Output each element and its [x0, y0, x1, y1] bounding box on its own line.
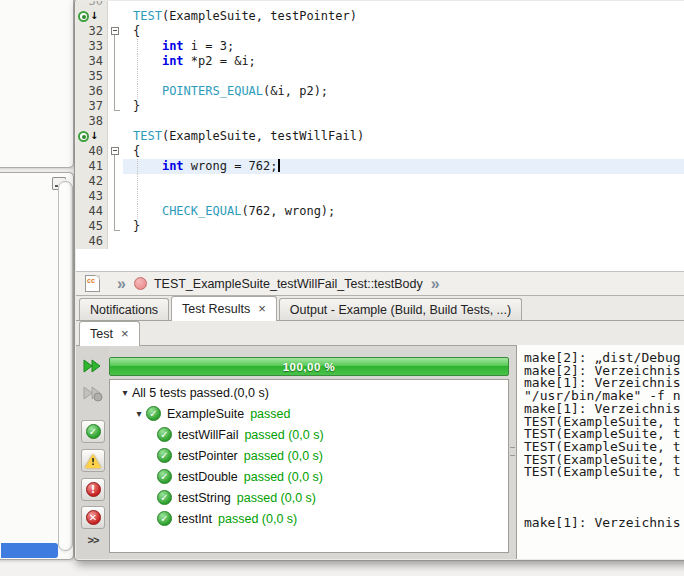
tab-notifications[interactable]: Notifications: [79, 298, 169, 320]
code-line[interactable]: 46: [76, 234, 684, 249]
tree-row[interactable]: ✓testPointerpassed (0,0 s): [110, 445, 508, 466]
scrollbar-track[interactable]: [58, 179, 71, 553]
show-warnings-button[interactable]: !: [81, 449, 105, 472]
output-panel[interactable]: make[2]: „dist/Debug make[2]: Verzeichni…: [516, 345, 684, 559]
fold-margin[interactable]: [108, 219, 123, 234]
code-line[interactable]: 44 CHECK_EQUAL(762, wrong);: [76, 204, 684, 219]
code-line[interactable]: 34 int *p2 = &i;: [76, 54, 684, 69]
code-text[interactable]: }: [123, 219, 684, 234]
code-text[interactable]: int i = 3;: [123, 39, 684, 54]
code-text[interactable]: TEST(ExampleSuite, testPointer): [123, 9, 684, 24]
code-line[interactable]: 36 POINTERS_EQUAL(&i, p2);: [76, 84, 684, 99]
fold-margin[interactable]: [108, 174, 123, 189]
line-gutter[interactable]: 43: [76, 189, 108, 204]
code-line[interactable]: 45}: [76, 219, 684, 234]
line-gutter[interactable]: 35: [76, 69, 108, 84]
fold-margin[interactable]: [108, 204, 123, 219]
fold-margin[interactable]: [108, 114, 123, 129]
tab-test[interactable]: Test ×: [79, 321, 140, 346]
fold-margin[interactable]: [108, 54, 123, 69]
code-text[interactable]: {: [123, 144, 684, 159]
fold-margin[interactable]: [108, 234, 123, 249]
fold-margin[interactable]: [108, 39, 123, 54]
code-line[interactable]: 32{: [76, 24, 684, 39]
fold-collapse-icon[interactable]: [111, 147, 119, 155]
fold-margin[interactable]: [108, 9, 123, 24]
fold-margin[interactable]: [108, 69, 123, 84]
code-text[interactable]: int *p2 = &i;: [123, 54, 684, 69]
code-line[interactable]: ↓TEST(ExampleSuite, testWillFail): [76, 129, 684, 144]
fold-margin[interactable]: [108, 24, 123, 39]
code-text[interactable]: TEST(ExampleSuite, testWillFail): [123, 129, 684, 144]
fold-margin[interactable]: [108, 159, 123, 174]
code-line[interactable]: 33 int i = 3;: [76, 39, 684, 54]
fold-margin[interactable]: [108, 99, 123, 114]
code-text[interactable]: [123, 174, 684, 189]
tree-row[interactable]: ✓testDoublepassed (0,0 s): [110, 466, 508, 487]
code-text[interactable]: POINTERS_EQUAL(&i, p2);: [123, 84, 684, 99]
code-text[interactable]: [123, 1, 684, 9]
code-text[interactable]: [123, 69, 684, 84]
chevron-right-icon[interactable]: »: [431, 275, 440, 293]
fold-collapse-icon[interactable]: [111, 27, 119, 35]
code-line[interactable]: 38: [76, 114, 684, 129]
line-gutter[interactable]: 33: [76, 39, 108, 54]
line-gutter[interactable]: 36: [76, 84, 108, 99]
splitter-grip-icon[interactable]: [510, 447, 515, 456]
test-tree[interactable]: ▾All 5 tests passed.(0,0 s)▾✓ExampleSuit…: [109, 379, 509, 553]
test-annotation-icon[interactable]: ↓: [77, 130, 107, 143]
code-editor[interactable]: 30↓TEST(ExampleSuite, testPointer)32{33 …: [76, 1, 684, 271]
tree-expander-icon[interactable]: ▾: [118, 387, 132, 398]
tree-row[interactable]: ✓testWillFailpassed (0,0 s): [110, 424, 508, 445]
line-gutter[interactable]: 38: [76, 114, 108, 129]
line-gutter[interactable]: 37: [76, 99, 108, 114]
code-line[interactable]: 42: [76, 174, 684, 189]
fold-margin[interactable]: [108, 129, 123, 144]
code-text[interactable]: [123, 114, 684, 129]
splitter[interactable]: [509, 346, 516, 559]
fold-margin[interactable]: [108, 1, 123, 9]
code-text[interactable]: {: [123, 24, 684, 39]
show-failed-button[interactable]: ✕: [81, 506, 105, 529]
code-text[interactable]: [123, 234, 684, 249]
line-gutter[interactable]: ↓: [76, 9, 108, 24]
rerun-button[interactable]: [81, 356, 105, 378]
code-line[interactable]: 41 int wrong = 762;: [76, 159, 684, 174]
code-text[interactable]: CHECK_EQUAL(762, wrong);: [123, 204, 684, 219]
overflow-button[interactable]: >>: [81, 532, 105, 546]
code-line[interactable]: 43: [76, 189, 684, 204]
editor-lines[interactable]: 30↓TEST(ExampleSuite, testPointer)32{33 …: [76, 1, 684, 249]
fold-margin[interactable]: [108, 189, 123, 204]
line-gutter[interactable]: 42: [76, 174, 108, 189]
tab-test-results[interactable]: Test Results ×: [171, 296, 277, 321]
code-text[interactable]: [123, 189, 684, 204]
chevron-right-icon[interactable]: »: [117, 275, 126, 293]
code-line[interactable]: 40{: [76, 144, 684, 159]
tree-row[interactable]: ✓testIntpassed (0,0 s): [110, 508, 508, 529]
close-icon[interactable]: ×: [121, 329, 129, 339]
line-gutter[interactable]: 32: [76, 24, 108, 39]
line-gutter[interactable]: 30: [76, 1, 108, 9]
code-text[interactable]: int wrong = 762;: [123, 159, 684, 174]
show-errors-button[interactable]: !: [81, 478, 105, 501]
code-line[interactable]: 30: [76, 1, 684, 9]
line-gutter[interactable]: 45: [76, 219, 108, 234]
tree-row[interactable]: ✓testStringpassed (0,0 s): [110, 487, 508, 508]
line-gutter[interactable]: 40: [76, 144, 108, 159]
code-line[interactable]: ↓TEST(ExampleSuite, testPointer): [76, 9, 684, 24]
code-text[interactable]: }: [123, 99, 684, 114]
tab-output[interactable]: Output - Example (Build, Build Tests, ..…: [279, 298, 522, 320]
list-selection-bar[interactable]: [1, 543, 58, 558]
show-passed-button[interactable]: ✓: [81, 420, 105, 443]
line-gutter[interactable]: 34: [76, 54, 108, 69]
code-line[interactable]: 35: [76, 69, 684, 84]
breadcrumb-node[interactable]: TEST_ExampleSuite_testWillFail_Test::tes…: [154, 277, 423, 291]
rerun-failed-button[interactable]: [81, 384, 105, 406]
close-icon[interactable]: ×: [258, 304, 266, 314]
tree-row[interactable]: ▾All 5 tests passed.(0,0 s): [110, 382, 508, 403]
scrollbar-thumb[interactable]: [58, 181, 73, 551]
test-annotation-icon[interactable]: ↓: [77, 10, 107, 23]
fold-margin[interactable]: [108, 84, 123, 99]
tree-expander-icon[interactable]: ▾: [132, 408, 146, 419]
tree-row[interactable]: ▾✓ExampleSuitepassed: [110, 403, 508, 424]
